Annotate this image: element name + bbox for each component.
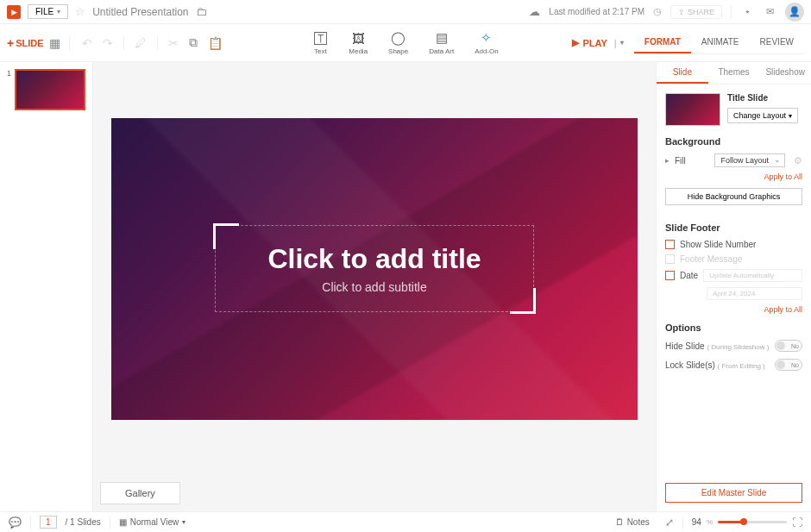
addon-icon: ✧ (479, 30, 494, 46)
date-mode-select[interactable]: Update Automatically (703, 269, 802, 282)
subtab-themes[interactable]: Themes (708, 62, 760, 84)
show-slide-number-checkbox[interactable] (665, 240, 675, 249)
layout-name: Title Slide (727, 93, 802, 103)
add-slide-button[interactable]: +SLIDE (7, 36, 44, 50)
slide-subtitle-placeholder[interactable]: Click to add subtitle (267, 280, 481, 294)
apply-to-all-link[interactable]: Apply to All (665, 172, 802, 181)
hide-background-graphics-button[interactable]: Hide Background Graphics (665, 188, 802, 205)
format-painter-icon: 🖊 (135, 36, 147, 50)
folder-icon[interactable]: 🗀 (196, 5, 207, 18)
notes-button[interactable]: 🗒Notes (615, 517, 650, 527)
user-avatar[interactable]: 👤 (785, 3, 804, 22)
footer-message-checkbox[interactable] (665, 254, 675, 264)
expand-fill-icon[interactable]: ▸ (665, 156, 670, 165)
play-button[interactable]: ▶PLAY|▾ (572, 37, 623, 48)
layout-picker-icon[interactable]: ▦ (49, 36, 60, 50)
history-icon[interactable]: ◷ (653, 6, 662, 17)
pin-panel-icon[interactable]: ⤢ (665, 516, 674, 529)
edit-master-slide-button[interactable]: Edit Master Slide (665, 483, 802, 503)
notifications-icon[interactable]: ⭑ (740, 5, 754, 19)
presentation-title[interactable]: Untitled Presentation (92, 6, 188, 18)
date-checkbox[interactable] (665, 271, 675, 280)
favorite-star-icon[interactable]: ☆ (75, 5, 85, 18)
options-header: Options (665, 322, 802, 333)
messages-icon[interactable]: ✉ (763, 5, 776, 19)
shape-icon: ◯ (391, 30, 406, 46)
lock-slide-toggle[interactable]: No (775, 359, 802, 371)
footer-apply-to-all-link[interactable]: Apply to All (665, 305, 802, 314)
background-header: Background (665, 136, 802, 147)
insert-text-button[interactable]: 🅃Text (312, 30, 328, 55)
slide-thumbnail[interactable] (15, 69, 85, 110)
comments-icon[interactable]: 💬 (9, 516, 22, 529)
slide-footer-header: Slide Footer (665, 222, 802, 233)
subtab-slide[interactable]: Slide (657, 62, 708, 84)
page-total: / 1 Slides (66, 517, 101, 527)
zoom-slider[interactable] (718, 521, 787, 523)
fit-screen-icon[interactable]: ⛶ (792, 516, 802, 529)
insert-media-button[interactable]: 🖼Media (349, 30, 368, 55)
gallery-button[interactable]: Gallery (100, 482, 180, 504)
tab-review[interactable]: REVIEW (750, 32, 804, 53)
slide-title-placeholder[interactable]: Click to add title (267, 243, 481, 275)
grid-icon: ▦ (119, 517, 127, 527)
change-layout-button[interactable]: Change Layout▾ (727, 108, 798, 123)
view-mode-select[interactable]: ▦Normal View▾ (119, 517, 186, 527)
paste-icon[interactable]: 📋 (208, 36, 223, 50)
file-menu-button[interactable]: FILE▾ (28, 4, 68, 19)
layout-preview-thumb (665, 93, 720, 126)
zoom-value: 94 (692, 517, 701, 527)
cut-icon: ✂ (168, 36, 179, 50)
copy-icon[interactable]: ⧉ (189, 35, 198, 50)
subtab-slideshow[interactable]: Slideshow (759, 62, 811, 84)
last-modified-text: Last modified at 2:17 PM (549, 7, 644, 16)
fill-label: Fill (675, 156, 709, 166)
fill-settings-icon[interactable]: ⚙ (794, 155, 802, 166)
redo-icon: ↷ (103, 36, 113, 50)
text-icon: 🅃 (312, 30, 328, 46)
thumb-number: 1 (7, 69, 11, 110)
hide-slide-toggle[interactable]: No (775, 340, 802, 352)
slide-thumbnails-panel: 1 (0, 62, 93, 511)
app-icon: ▶ (7, 5, 21, 19)
dataart-icon: ▤ (434, 30, 450, 46)
current-page[interactable]: 1 (40, 516, 57, 529)
insert-shape-button[interactable]: ◯Shape (388, 30, 408, 55)
date-value-select[interactable]: April 24, 2024 (707, 287, 802, 300)
share-button[interactable]: ⇪SHARE (670, 5, 722, 19)
notes-icon: 🗒 (615, 517, 624, 527)
fill-select[interactable]: Follow Layout (714, 153, 785, 167)
undo-icon: ↶ (82, 36, 92, 50)
slide-canvas[interactable]: Click to add title Click to add subtitle (111, 118, 638, 420)
media-icon: 🖼 (350, 30, 366, 46)
tab-animate[interactable]: ANIMATE (691, 32, 750, 53)
tab-format[interactable]: FORMAT (634, 32, 691, 53)
cloud-sync-icon: ☁ (529, 5, 540, 18)
title-text-frame[interactable]: Click to add title Click to add subtitle (215, 225, 533, 312)
insert-dataart-button[interactable]: ▤Data Art (429, 30, 454, 55)
insert-addon-button[interactable]: ✧Add-On (475, 30, 499, 55)
